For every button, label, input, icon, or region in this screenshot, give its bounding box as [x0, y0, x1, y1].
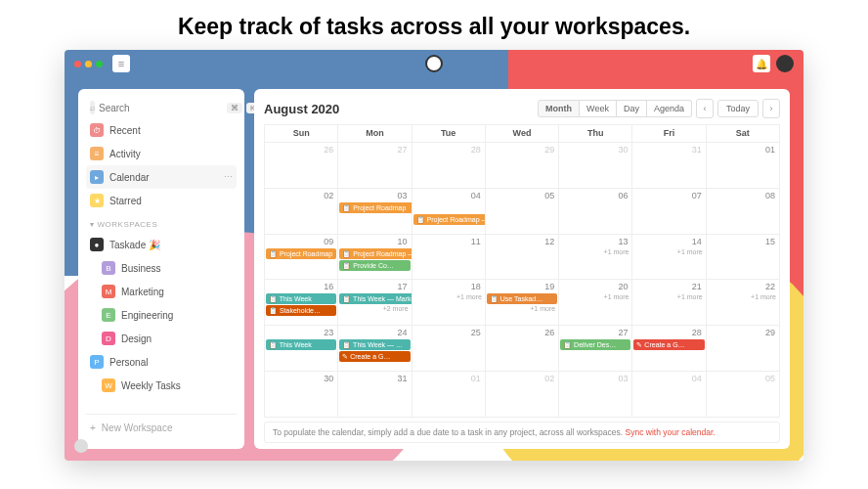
calendar-event[interactable]: ✎ Create a G… [633, 339, 704, 350]
workspace-item[interactable]: MMarketing [86, 280, 237, 303]
calendar-cell[interactable]: 09📋 Project Roadmap [265, 235, 338, 281]
calendar-event[interactable]: 📋 Project Roadmap [266, 248, 336, 259]
calendar-cell[interactable]: 22+1 more [707, 280, 780, 326]
calendar-cell[interactable]: 15 [707, 235, 780, 281]
calendar-cell[interactable]: 31 [632, 143, 706, 189]
notifications-button[interactable]: 🔔 [753, 55, 770, 72]
dow-header: Tue [412, 125, 486, 143]
calendar-cell[interactable]: 31 [338, 372, 412, 418]
calendar-cell[interactable]: 29 [707, 326, 780, 372]
menu-button[interactable]: ≡ [112, 55, 130, 72]
workspace-icon: W [102, 378, 115, 392]
nav-item-recent[interactable]: ⏱Recent [86, 118, 237, 142]
calendar-cell[interactable]: 14+1 more [632, 235, 706, 281]
calendar-cell[interactable]: 13+1 more [559, 235, 632, 281]
calendar-cell[interactable]: 21+1 more [632, 280, 706, 326]
calendar-event[interactable]: 📋 Provide Co… [339, 260, 410, 271]
calendar-cell[interactable]: 26 [265, 143, 338, 189]
view-month-button[interactable]: Month [538, 100, 580, 117]
nav-item-calendar[interactable]: ▸Calendar⋯ [86, 165, 237, 189]
calendar-cell[interactable]: 06 [559, 189, 632, 235]
more-events-link[interactable]: +1 more [633, 248, 704, 255]
calendar-cell[interactable]: 01 [707, 143, 780, 189]
zoom-dot[interactable] [96, 61, 103, 67]
calendar-cell[interactable]: 10📋 Project Roadmap — Taskade 🎉📋 Provide… [338, 235, 412, 281]
calendar-event[interactable]: 📋 Deliver Des… [560, 339, 630, 350]
view-week-button[interactable]: Week [580, 100, 617, 117]
sync-calendar-link[interactable]: Sync with your calendar. [626, 427, 716, 437]
profile-avatar[interactable] [776, 55, 794, 72]
today-button[interactable]: Today [717, 100, 759, 117]
calendar-cell[interactable]: 27 [338, 143, 412, 189]
nav-label: Calendar [109, 172, 150, 183]
calendar-cell[interactable]: 16📋 This Week📋 Stakeholde… [265, 280, 338, 326]
calendar-cell[interactable]: 28 [412, 143, 486, 189]
minimize-dot[interactable] [85, 61, 92, 67]
calendar-cell[interactable]: 30 [265, 372, 338, 418]
calendar-cell[interactable]: 29 [486, 143, 559, 189]
search-row[interactable]: ⌕ ⌘ K [86, 97, 237, 118]
more-events-link[interactable]: +1 more [708, 293, 778, 300]
more-events-link[interactable]: +1 more [487, 305, 557, 312]
calendar-cell[interactable]: 26 [486, 326, 559, 372]
nav-item-activity[interactable]: ≡Activity [86, 142, 237, 165]
workspace-item[interactable]: ●Taskade 🎉 [86, 233, 237, 256]
workspace-item[interactable]: PPersonal [86, 350, 237, 374]
calendar-cell[interactable]: 02 [265, 189, 338, 235]
calendar-cell[interactable]: 05 [486, 189, 559, 235]
calendar-cell[interactable]: 05 [707, 372, 780, 418]
search-input[interactable] [99, 103, 223, 113]
calendar-cell[interactable]: 11 [412, 235, 486, 281]
calendar-event[interactable]: ✎ Create a G… [339, 351, 410, 362]
calendar-event[interactable]: 📋 This Week — E… [339, 339, 410, 350]
calendar-event[interactable]: 📋 This Week [266, 339, 336, 350]
workspace-item[interactable]: DDesign [86, 327, 237, 350]
more-events-link[interactable]: +1 more [413, 293, 484, 300]
calendar-cell[interactable]: 04 [632, 372, 706, 418]
calendar-cell[interactable]: 30 [559, 143, 632, 189]
nav-item-starred[interactable]: ★Starred [86, 189, 237, 212]
day-number: 05 [765, 374, 775, 383]
calendar-cell[interactable]: 02 [486, 372, 559, 418]
calendar-cell[interactable]: 17📋 This Week — Marketing|+2 more [338, 280, 412, 326]
calendar-cell[interactable]: 07 [632, 189, 706, 235]
workspace-item[interactable]: BBusiness [86, 256, 237, 280]
calendar-cell[interactable]: 03📋 Project Roadmap [338, 189, 412, 235]
calendar-event[interactable]: 📋 Use Taskad… [487, 293, 557, 304]
new-workspace-button[interactable]: + New Workspace [86, 414, 237, 441]
close-dot[interactable] [74, 61, 81, 67]
calendar-cell[interactable]: 19📋 Use Taskad…+1 more [486, 280, 559, 326]
day-number: 07 [692, 191, 702, 200]
calendar-cell[interactable]: 24📋 This Week — E…✎ Create a G… [338, 326, 412, 372]
calendar-cell[interactable]: 20+1 more [559, 280, 632, 326]
calendar-cell[interactable]: 25 [412, 326, 486, 372]
calendar-cell[interactable]: 04📋 Project Roadmap — Taskade 🎉 [412, 189, 486, 235]
more-events-link[interactable]: +1 more [633, 293, 704, 300]
workspace-item[interactable]: EEngineering [86, 303, 237, 327]
presence-avatar[interactable] [74, 439, 88, 453]
calendar-event[interactable]: 📋 This Week — Marketing| [339, 293, 412, 304]
calendar-event[interactable]: 📋 Project Roadmap — Taskade 🎉 [339, 248, 412, 259]
workspace-item[interactable]: WWeekly Tasks [86, 374, 237, 397]
workspace-icon: P [90, 355, 104, 369]
calendar-cell[interactable]: 01 [412, 372, 486, 418]
calendar-event[interactable]: 📋 This Week [266, 293, 336, 304]
calendar-cell[interactable]: 03 [559, 372, 632, 418]
calendar-event[interactable]: 📋 Project Roadmap — Taskade 🎉 [413, 214, 486, 225]
more-events-link[interactable]: +1 more [560, 293, 630, 300]
rss-icon[interactable]: ⋯ [224, 172, 233, 182]
calendar-cell[interactable]: 23📋 This Week [265, 326, 338, 372]
view-agenda-button[interactable]: Agenda [647, 100, 692, 117]
calendar-cell[interactable]: 18+1 more [412, 280, 486, 326]
calendar-cell[interactable]: 27📋 Deliver Des… [559, 326, 632, 372]
more-events-link[interactable]: +1 more [560, 248, 630, 255]
calendar-cell[interactable]: 28✎ Create a G… [632, 326, 706, 372]
view-day-button[interactable]: Day [617, 100, 647, 117]
prev-button[interactable]: ‹ [696, 99, 714, 118]
calendar-event[interactable]: 📋 Project Roadmap [339, 202, 412, 213]
calendar-event[interactable]: 📋 Stakeholde… [266, 305, 336, 316]
more-events-link[interactable]: +2 more [339, 305, 410, 312]
calendar-cell[interactable]: 08 [707, 189, 780, 235]
next-button[interactable]: › [762, 99, 780, 118]
calendar-cell[interactable]: 12 [486, 235, 559, 281]
